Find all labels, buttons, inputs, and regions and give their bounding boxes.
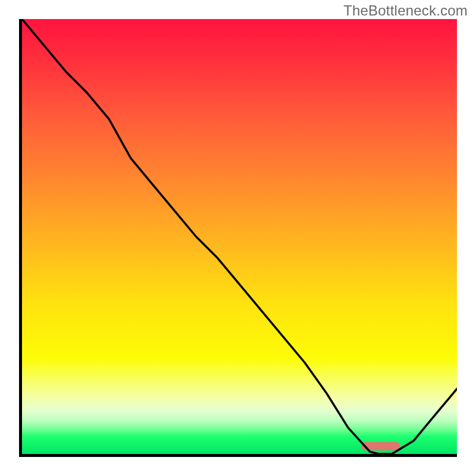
plot-area [22,19,457,454]
plot-frame [19,19,457,457]
chart-svg [22,19,457,454]
watermark-text: TheBottleneck.com [343,2,468,19]
bottleneck-curve [22,19,457,454]
